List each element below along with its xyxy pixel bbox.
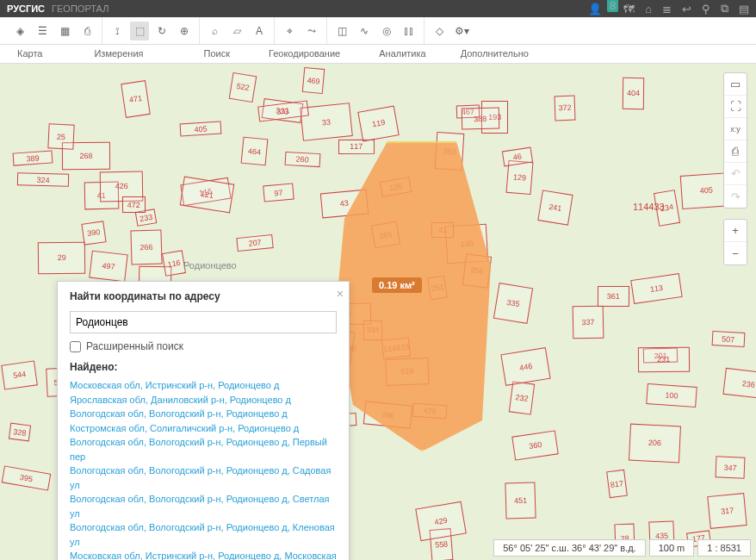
parcel[interactable]: 117: [338, 140, 375, 154]
redo-icon[interactable]: ↷: [724, 185, 747, 208]
polygon-tool-icon[interactable]: ▱: [227, 22, 246, 40]
app-header: РУСГИС ГЕОПОРТАЛ 👤8 🗺 ⌂ ≣ ↩ ⚲ ⧉ ▤: [0, 0, 756, 17]
link-icon[interactable]: ⚲: [702, 3, 710, 16]
parcel[interactable]: 119: [357, 106, 400, 142]
map-icon[interactable]: 🗺: [623, 3, 635, 16]
extra1-tool-icon[interactable]: ◇: [430, 22, 449, 40]
device-icon[interactable]: ▤: [739, 3, 749, 16]
search-result-link[interactable]: Вологодская обл, Вологодский р-н, Родион…: [70, 435, 337, 464]
parcel[interactable]: 451: [505, 482, 537, 519]
area-tool-icon[interactable]: ⬚: [130, 22, 149, 40]
share-icon[interactable]: ↩: [682, 3, 691, 16]
user-icon[interactable]: 👤8: [588, 3, 613, 16]
parcel[interactable]: 404: [623, 78, 645, 109]
parcel[interactable]: 29: [38, 241, 86, 273]
layers-icon[interactable]: ≣: [662, 3, 672, 16]
parcel[interactable]: 317: [707, 493, 747, 529]
search-result-link[interactable]: Вологодская обл, Вологодский р-н, Родион…: [70, 492, 337, 520]
parcel[interactable]: 471: [121, 80, 152, 118]
search-result-link[interactable]: Московская обл, Истринский р-н, Родионце…: [70, 549, 337, 560]
brand-name: РУСГИС: [7, 3, 45, 14]
undo-icon[interactable]: ↶: [724, 163, 747, 185]
parcel[interactable]: 817: [606, 470, 628, 498]
parcel[interactable]: 390: [81, 221, 106, 245]
address-input[interactable]: [70, 311, 337, 333]
parcel[interactable]: 232: [509, 381, 536, 414]
scalebar-display: 100 m: [649, 539, 695, 557]
print-tool-icon[interactable]: ⎙: [77, 22, 96, 40]
search-result-link[interactable]: Вологодская обл, Вологодский р-н, Родион…: [70, 464, 337, 492]
search-result-link[interactable]: Московская обл, Истринский р-н, Родионце…: [70, 378, 337, 393]
parcel[interactable]: 446: [500, 347, 551, 386]
parcel[interactable]: 97: [263, 184, 294, 203]
search-result-link[interactable]: Костромская обл, Солигаличский р-н, Роди…: [70, 421, 337, 436]
parcel[interactable]: 116: [162, 251, 186, 277]
parcel[interactable]: 388: [462, 108, 499, 130]
coords-display: 56° 05' 25" с.ш. 36° 43' 29" в.д.: [493, 539, 645, 557]
parcel[interactable]: 497: [90, 250, 129, 282]
parcel[interactable]: 236: [723, 368, 756, 401]
search-tool-icon[interactable]: ⌕: [205, 22, 224, 40]
zoom-out-button[interactable]: −: [724, 242, 747, 264]
cadastral-label: 114433: [633, 202, 665, 212]
extra2-tool-icon[interactable]: ⚙▾: [452, 22, 471, 40]
advanced-search-checkbox[interactable]: [70, 341, 81, 352]
parcel[interactable]: 347: [715, 456, 745, 479]
list-tool-icon[interactable]: ☰: [33, 22, 52, 40]
parcel[interactable]: 328: [9, 423, 31, 442]
refresh-tool-icon[interactable]: ↻: [152, 22, 171, 40]
search-result-link[interactable]: Вологодская обл, Вологодский р-н, Родион…: [70, 520, 337, 549]
parcel[interactable]: 464: [240, 137, 268, 166]
parcel[interactable]: 25: [48, 123, 75, 150]
text-tool-icon[interactable]: A: [250, 22, 269, 40]
parcel[interactable]: 361: [598, 286, 629, 308]
grid-tool-icon[interactable]: ▦: [55, 22, 74, 40]
parcel[interactable]: 113: [631, 273, 683, 304]
parcel[interactable]: 507: [711, 331, 744, 347]
rect-icon[interactable]: ▭: [724, 73, 747, 96]
close-icon[interactable]: ×: [337, 287, 344, 301]
parcel[interactable]: 335: [493, 283, 533, 324]
copy-icon[interactable]: ⧉: [721, 2, 728, 16]
search-result-link[interactable]: Вологодская обл, Вологодский р-н, Родион…: [70, 407, 337, 421]
parcel[interactable]: 231: [638, 347, 690, 372]
parcel[interactable]: 100: [646, 383, 697, 408]
parcel[interactable]: 544: [1, 360, 38, 389]
parcel[interactable]: 405: [179, 121, 221, 137]
parcel[interactable]: 324: [17, 172, 69, 187]
parcel[interactable]: 395: [1, 466, 51, 491]
ruler-tool-icon[interactable]: ⟟: [108, 22, 127, 40]
search-result-link[interactable]: Ярославская обл, Даниловский р-н, Родион…: [70, 393, 337, 408]
parcel[interactable]: 266: [130, 229, 162, 264]
parcel[interactable]: 206: [629, 423, 681, 463]
layers-tool-icon[interactable]: ◈: [10, 22, 29, 40]
parcel[interactable]: 241: [537, 190, 573, 226]
stats1-tool-icon[interactable]: ◫: [332, 22, 351, 40]
stats2-tool-icon[interactable]: ∿: [355, 22, 374, 40]
parcel[interactable]: 337: [573, 306, 604, 339]
tab-analytics: Аналитика: [362, 45, 443, 63]
tab-measurements: Измерения: [77, 45, 160, 63]
geocode-tool-icon[interactable]: ⌖: [280, 22, 299, 40]
parcel[interactable]: 472: [122, 196, 146, 214]
parcel[interactable]: 260: [284, 152, 319, 167]
parcel[interactable]: 429: [415, 501, 466, 540]
parcel[interactable]: 372: [554, 96, 575, 121]
printer-icon[interactable]: ⎙: [724, 140, 747, 163]
geocode-search-panel: × Найти координаты по адресу Расширенный…: [57, 281, 350, 560]
zoom-in-button[interactable]: +: [724, 220, 747, 242]
route-tool-icon[interactable]: ⤳: [302, 22, 321, 40]
parcel[interactable]: 522: [228, 72, 257, 103]
stats3-tool-icon[interactable]: ◎: [377, 22, 396, 40]
advanced-search-label: Расширенный поиск: [86, 340, 183, 352]
parcel[interactable]: 360: [511, 430, 559, 460]
home-icon[interactable]: ⌂: [645, 3, 652, 16]
xy-icon[interactable]: x:y: [724, 118, 747, 140]
parcel[interactable]: 389: [13, 151, 53, 166]
parcel[interactable]: 207: [236, 234, 274, 252]
fullscreen-icon[interactable]: ⛶: [724, 96, 747, 118]
target-tool-icon[interactable]: ⊕: [175, 22, 194, 40]
chart-tool-icon[interactable]: ⫿⫿: [400, 22, 418, 40]
parcel[interactable]: 469: [302, 67, 325, 94]
tab-extra: Дополнительно: [443, 45, 546, 63]
